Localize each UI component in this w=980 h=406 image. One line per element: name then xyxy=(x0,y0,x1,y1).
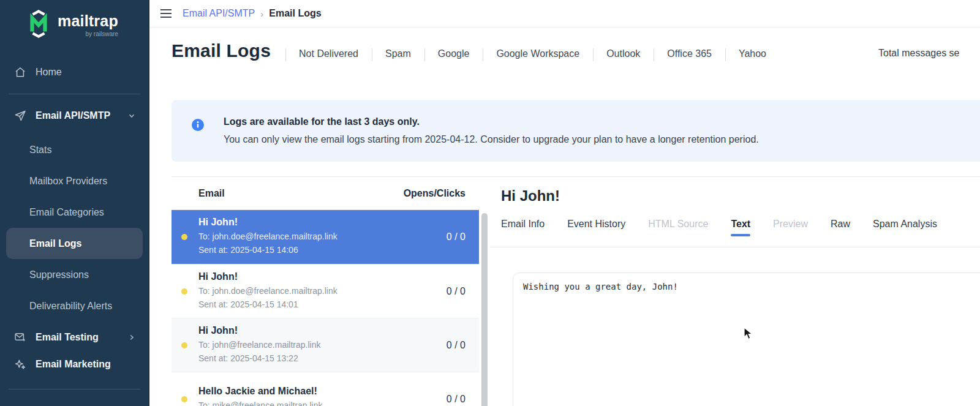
detail-title: Hi John! xyxy=(501,187,560,205)
email-sent-at: Sent at: 2025-04-15 13:22 xyxy=(198,352,320,366)
chevron-down-icon xyxy=(128,112,135,119)
breadcrumb-separator: › xyxy=(260,9,263,19)
sidebar-subitem[interactable]: Stats xyxy=(6,134,143,165)
sparkles-icon xyxy=(13,358,27,371)
sidebar-divider xyxy=(9,94,140,94)
sidebar-item-email-marketing[interactable]: Email Marketing xyxy=(6,351,143,378)
detail-tab[interactable]: Spam Analysis xyxy=(873,219,937,230)
email-body-text: Wishing you a great day, John! xyxy=(513,273,980,300)
filter-tab[interactable]: Google xyxy=(424,48,483,59)
home-icon xyxy=(13,66,27,79)
sidebar-subitem-label: Stats xyxy=(29,145,51,156)
mailtrap-logo[interactable]: mailtrap by railsware xyxy=(0,0,149,40)
sidebar-subitem[interactable]: Email Logs xyxy=(6,228,143,259)
banner-title: Logs are available for the last 3 days o… xyxy=(224,116,420,127)
detail-tab[interactable]: Email Info xyxy=(501,219,545,230)
sidebar-subitem[interactable]: Mailbox Providers xyxy=(6,165,143,197)
mailtrap-logo-icon xyxy=(26,10,51,40)
sidebar-subitem[interactable]: Suppressions xyxy=(6,259,143,290)
sidebar-subitem-label: Deliverability Alerts xyxy=(29,301,112,312)
sidebar-subitem[interactable]: Email Categories xyxy=(6,197,143,228)
topbar: Email API/SMTP › Email Logs xyxy=(149,0,980,28)
sidebar-api-subitems: Stats Mailbox Providers Email Categories… xyxy=(6,134,143,321)
brand-tagline: by railsware xyxy=(58,31,118,37)
filter-tab[interactable]: Office 365 xyxy=(654,48,725,59)
detail-tab[interactable]: Event History xyxy=(567,219,625,230)
tabs-bottom-border xyxy=(490,247,980,247)
filter-tab[interactable]: Outlook xyxy=(593,48,654,59)
detail-tab[interactable]: Preview xyxy=(773,219,808,230)
sidebar-nav: Home Email API/SMTP Stats Mailbox Provid… xyxy=(0,59,149,389)
email-sent-at: Sent at: 2025-04-15 14:06 xyxy=(198,244,337,257)
status-dot-icon xyxy=(181,288,187,295)
brand-name: mailtrap xyxy=(58,13,118,29)
envelope-test-icon xyxy=(13,331,27,344)
breadcrumb: Email API/SMTP › Email Logs xyxy=(183,8,322,19)
filter-tab[interactable]: Not Delivered xyxy=(285,48,372,59)
sidebar-item-label: Home xyxy=(36,67,62,78)
email-log-list: Email Opens/Clicks Hi John! To: john.doe… xyxy=(172,177,479,406)
status-dot-icon xyxy=(181,234,187,240)
sidebar-divider xyxy=(9,389,140,389)
opens-clicks-value: 0 / 0 xyxy=(447,394,466,405)
email-detail-panel: Hi John! Email InfoEvent HistoryHTML Sou… xyxy=(490,177,980,406)
email-text-content-box: Wishing you a great day, John! xyxy=(513,273,980,406)
email-subject: Hi John! xyxy=(198,271,337,282)
email-sent-at: Sent at: 2025-04-15 14:01 xyxy=(198,298,337,312)
opens-clicks-value: 0 / 0 xyxy=(447,286,466,297)
detail-tab[interactable]: Raw xyxy=(831,219,850,230)
email-log-rows: Hi John! To: john.doe@freelance.mailtrap… xyxy=(172,210,479,406)
info-icon xyxy=(192,119,204,131)
list-header: Email Opens/Clicks xyxy=(172,177,479,210)
sidebar-item-email-testing[interactable]: Email Testing xyxy=(6,324,143,351)
sidebar-subitem[interactable]: Deliverability Alerts xyxy=(6,290,143,321)
sidebar-item-email-api-smtp[interactable]: Email API/SMTP xyxy=(6,102,143,129)
page-title: Email Logs xyxy=(172,40,271,61)
column-header-opens-clicks: Opens/Clicks xyxy=(404,188,466,199)
chevron-right-icon xyxy=(128,334,135,341)
filter-tab[interactable]: Yahoo xyxy=(725,48,780,59)
email-subject: Hi John! xyxy=(198,217,337,228)
page-header: Email Logs Not DeliveredSpamGoogleGoogle… xyxy=(172,40,780,61)
email-to: To: john@freelance.mailtrap.link xyxy=(198,339,320,352)
detail-tab[interactable]: HTML Source xyxy=(648,219,708,230)
sidebar-item-home[interactable]: Home xyxy=(6,59,143,86)
detail-tab[interactable]: Text xyxy=(731,219,750,230)
list-scrollbar[interactable] xyxy=(481,213,488,406)
opens-clicks-value: 0 / 0 xyxy=(447,340,466,351)
sidebar-subitem-label: Email Logs xyxy=(29,238,81,249)
filter-tab[interactable]: Google Workspace xyxy=(483,48,593,59)
sidebar-item-label: Email Marketing xyxy=(36,359,111,370)
sidebar-subitem-label: Email Categories xyxy=(29,207,104,218)
status-dot-icon xyxy=(181,342,187,348)
email-subject: Hi John! xyxy=(198,325,320,336)
email-subject: Hello Jackie and Michael! xyxy=(198,386,323,397)
email-to: To: mike@freelance.mailtrap.link xyxy=(198,399,323,406)
filter-tabs: Not DeliveredSpamGoogleGoogle WorkspaceO… xyxy=(285,48,780,59)
email-log-row[interactable]: Hi John! To: john.doe@freelance.mailtrap… xyxy=(172,264,479,318)
total-messages-label: Total messages se xyxy=(878,48,960,59)
email-log-row[interactable]: Hello Jackie and Michael! To: mike@freel… xyxy=(172,372,479,406)
opens-clicks-value: 0 / 0 xyxy=(447,231,466,242)
email-log-row[interactable]: Hi John! To: john@freelance.mailtrap.lin… xyxy=(172,318,479,372)
sidebar-subitem-label: Suppressions xyxy=(29,269,89,280)
breadcrumb-parent-link[interactable]: Email API/SMTP xyxy=(183,8,255,19)
status-dot-icon xyxy=(181,396,187,402)
email-to: To: john.doe@freelance.mailtrap.link xyxy=(198,230,337,244)
app-window: mailtrap by railsware Home Email API/SMT… xyxy=(0,0,980,406)
banner-body: You can only view the email logs startin… xyxy=(224,134,759,145)
email-to: To: john.doe@freelance.mailtrap.link xyxy=(198,285,337,298)
retention-info-banner: Logs are available for the last 3 days o… xyxy=(172,100,980,162)
sidebar: mailtrap by railsware Home Email API/SMT… xyxy=(0,0,149,406)
hamburger-menu-icon[interactable] xyxy=(160,8,173,19)
sidebar-item-label: Email Testing xyxy=(36,332,99,343)
email-log-row[interactable]: Hi John! To: john.doe@freelance.mailtrap… xyxy=(172,210,479,264)
column-header-email: Email xyxy=(198,188,225,199)
sidebar-item-label: Email API/SMTP xyxy=(36,110,110,121)
breadcrumb-current: Email Logs xyxy=(269,8,321,19)
sidebar-subitem-label: Mailbox Providers xyxy=(29,176,107,187)
detail-tabs: Email InfoEvent HistoryHTML SourceTextPr… xyxy=(501,216,937,232)
filter-tab[interactable]: Spam xyxy=(372,48,424,59)
paper-plane-icon xyxy=(13,109,27,122)
